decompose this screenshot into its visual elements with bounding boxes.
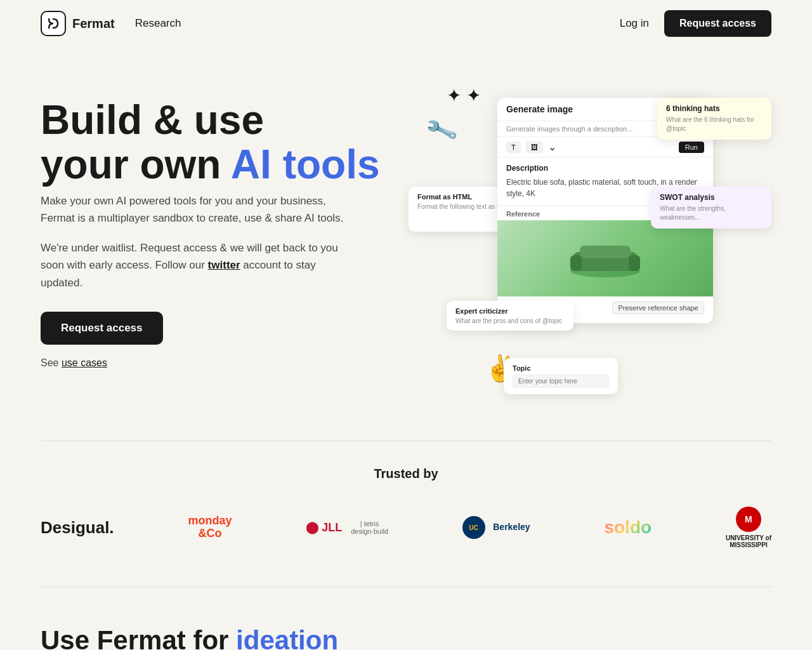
topic-title: Topic	[513, 364, 609, 372]
expert-card: Expert criticizer What are the pros and …	[447, 301, 573, 331]
hero-mockup: ✦ ✦ ✦ ✦ 🔧 ✌️ Format as HTML Format the f…	[409, 85, 771, 402]
toolbar-t-button[interactable]: T	[506, 142, 521, 153]
trusted-by-title: Trusted by	[41, 467, 771, 481]
svg-rect-2	[570, 255, 582, 271]
header-left: Fermat Research	[41, 11, 181, 36]
desigual-logo: Desigual.	[41, 518, 114, 538]
topic-card: Topic	[504, 358, 618, 394]
deco-tool-icon: 🔧	[424, 113, 460, 148]
header-right: Log in Request access	[620, 10, 771, 37]
logo-icon	[41, 11, 66, 36]
swot-desc: What are the strengths, weaknesses...	[660, 204, 763, 222]
swot-title: SWOT analysis	[660, 193, 763, 202]
use-fermat-title: Use Fermat for ideation	[41, 625, 771, 650]
main-card-run-button[interactable]: Run	[679, 142, 704, 153]
jll-logo: ⬤ JLL | tetrisdesign·build	[306, 520, 388, 535]
twitter-link[interactable]: twitter	[208, 259, 240, 271]
toolbar-expand-icon: ⌄	[548, 141, 556, 153]
sofa-visual	[497, 220, 713, 296]
mississippi-logo: M UNIVERSITY ofMISSISSIPPI	[726, 507, 771, 548]
svg-rect-4	[580, 246, 631, 258]
use-cases-link[interactable]: use cases	[62, 357, 107, 368]
hero-title-line1: Build & use	[41, 97, 264, 143]
hero-description: Make your own AI powered tools for you a…	[41, 192, 345, 227]
mockup-container: ✦ ✦ ✦ ✦ 🔧 ✌️ Format as HTML Format the f…	[409, 85, 771, 402]
logo-text: Fermat	[72, 17, 115, 31]
berkeley-logo: UC Berkeley	[462, 516, 530, 539]
logo-link[interactable]: Fermat	[41, 11, 115, 36]
request-access-header-button[interactable]: Request access	[664, 10, 771, 37]
hero-title: Build & use your own AI tools	[41, 98, 409, 187]
soldo-logo: soldo	[604, 517, 652, 538]
topic-input[interactable]	[513, 375, 609, 388]
card-main-title: Generate image	[506, 104, 573, 114]
description-label: Description	[506, 164, 704, 173]
use-fermat-section: Use Fermat for ideation Fermat integrate…	[0, 587, 812, 650]
expert-desc: What are the pros and cons of @topic	[455, 317, 565, 324]
toolbar-img-button[interactable]: 🖼	[526, 142, 543, 153]
deco-stars-top: ✦ ✦	[447, 85, 481, 106]
trusted-by-section: Trusted by Desigual. monday&Co ⬤ JLL | t…	[0, 441, 812, 587]
logos-row: Desigual. monday&Co ⬤ JLL | tetrisdesign…	[41, 507, 771, 548]
hero-content: Build & use your own AI tools Make your …	[41, 85, 409, 369]
hero-waitlist: We're under waitlist. Request access & w…	[41, 239, 358, 291]
header: Fermat Research Log in Request access	[0, 0, 812, 47]
hero-section: Build & use your own AI tools Make your …	[0, 47, 812, 441]
monday-logo: monday&Co	[188, 515, 232, 540]
svg-rect-3	[629, 255, 640, 271]
nav-research[interactable]: Research	[135, 17, 181, 30]
expert-title: Expert criticizer	[455, 307, 565, 315]
hero-title-line2-normal: your own	[41, 142, 231, 187]
thinking-hats-desc: What are the 6 thinking hats for @topic	[666, 116, 763, 133]
thinking-hats-card: 6 thinking hats What are the 6 thinking …	[657, 98, 771, 140]
login-button[interactable]: Log in	[620, 17, 649, 30]
card-toolbar: T 🖼 ⌄ Run	[497, 137, 713, 157]
hero-title-ai-tools: AI tools	[231, 142, 380, 187]
request-access-hero-button[interactable]: Request access	[41, 312, 163, 345]
thinking-hats-title: 6 thinking hats	[666, 104, 763, 113]
reference-image	[497, 220, 713, 296]
expected-output-dropdown[interactable]: Preserve reference shape	[612, 302, 704, 314]
see-use-cases: See use cases	[41, 357, 409, 369]
swot-card: SWOT analysis What are the strengths, we…	[651, 187, 771, 229]
